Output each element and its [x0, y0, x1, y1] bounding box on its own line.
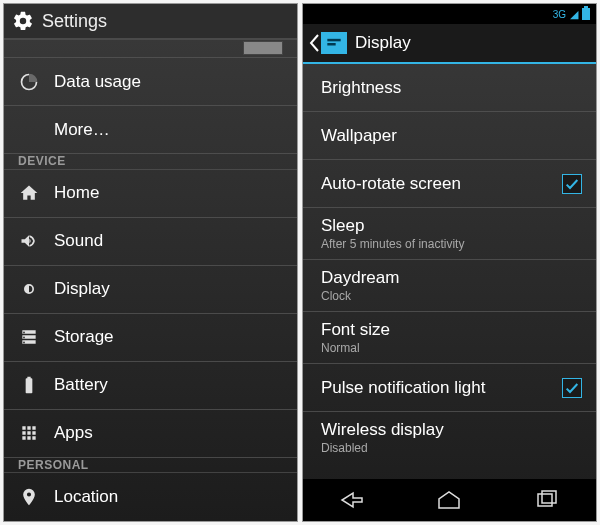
settings-item-display[interactable]: Display	[4, 266, 297, 314]
settings-item-home[interactable]: Home	[4, 170, 297, 218]
item-label: Display	[54, 279, 110, 299]
display-header-icon	[321, 32, 347, 54]
settings-item-more[interactable]: More…	[4, 106, 297, 154]
settings-item-sound[interactable]: Sound	[4, 218, 297, 266]
item-label: Font size	[321, 320, 582, 340]
signal-icon: ◢	[570, 8, 578, 21]
svg-rect-5	[542, 491, 556, 503]
settings-item-apps[interactable]: Apps	[4, 410, 297, 458]
settings-item-data-usage[interactable]: Data usage	[4, 58, 297, 106]
item-label: Data usage	[54, 72, 141, 92]
nav-back-button[interactable]	[317, 485, 387, 515]
item-sublabel: Clock	[321, 289, 582, 303]
bluetooth-toggle[interactable]	[243, 41, 283, 55]
display-item-font-size[interactable]: Font size Normal	[303, 312, 596, 364]
back-button[interactable]	[309, 32, 347, 54]
data-usage-icon	[18, 71, 40, 93]
item-sublabel: Normal	[321, 341, 582, 355]
display-item-wallpaper[interactable]: Wallpaper	[303, 112, 596, 160]
display-screen: 3G ◢ Display Brightness Wallpaper Auto-r…	[302, 3, 597, 522]
storage-icon	[18, 326, 40, 348]
item-label: More…	[54, 120, 110, 140]
battery-icon	[18, 374, 40, 396]
display-item-auto-rotate[interactable]: Auto-rotate screen	[303, 160, 596, 208]
location-icon	[18, 486, 40, 508]
home-icon	[18, 182, 40, 204]
svg-rect-3	[327, 43, 335, 46]
navigation-bar	[303, 479, 596, 521]
svg-rect-4	[538, 494, 552, 506]
settings-item-location[interactable]: Location	[4, 473, 297, 521]
sound-icon	[18, 230, 40, 252]
item-label: Sound	[54, 231, 103, 251]
item-label: Pulse notification light	[321, 378, 548, 398]
item-sublabel: Disabled	[321, 441, 582, 455]
display-item-daydream[interactable]: Daydream Clock	[303, 260, 596, 312]
section-device: DEVICE	[4, 154, 297, 170]
display-list: Brightness Wallpaper Auto-rotate screen …	[303, 64, 596, 479]
svg-rect-0	[582, 8, 590, 20]
item-label: Home	[54, 183, 99, 203]
battery-status-icon	[582, 6, 590, 22]
item-label: Location	[54, 487, 118, 507]
item-label: Storage	[54, 327, 114, 347]
settings-header: Settings	[4, 4, 297, 40]
gear-icon	[12, 10, 34, 32]
item-label: Wireless display	[321, 420, 582, 440]
display-item-sleep[interactable]: Sleep After 5 minutes of inactivity	[303, 208, 596, 260]
display-header: Display	[303, 24, 596, 64]
svg-rect-2	[327, 39, 340, 42]
item-label: Battery	[54, 375, 108, 395]
item-sublabel: After 5 minutes of inactivity	[321, 237, 582, 251]
item-label: Sleep	[321, 216, 582, 236]
settings-title: Settings	[42, 11, 107, 32]
settings-item-storage[interactable]: Storage	[4, 314, 297, 362]
display-item-wireless-display[interactable]: Wireless display Disabled	[303, 412, 596, 463]
nav-home-button[interactable]	[414, 485, 484, 515]
item-label: Brightness	[321, 78, 582, 98]
display-icon	[18, 278, 40, 300]
item-label: Auto-rotate screen	[321, 174, 548, 194]
settings-list: Data usage More… DEVICE Home Sound Displ…	[4, 40, 297, 521]
svg-rect-1	[584, 6, 588, 8]
pulse-notification-checkbox[interactable]	[562, 378, 582, 398]
display-item-brightness[interactable]: Brightness	[303, 64, 596, 112]
item-label: Apps	[54, 423, 93, 443]
item-label: Daydream	[321, 268, 582, 288]
settings-item-battery[interactable]: Battery	[4, 362, 297, 410]
section-personal: PERSONAL	[4, 458, 297, 474]
display-title: Display	[355, 33, 411, 53]
display-item-pulse-notification[interactable]: Pulse notification light	[303, 364, 596, 412]
item-label: Wallpaper	[321, 126, 582, 146]
settings-screen: Settings Data usage More… DEVICE Home So…	[3, 3, 298, 522]
settings-item-bluetooth[interactable]	[4, 40, 297, 58]
auto-rotate-checkbox[interactable]	[562, 174, 582, 194]
nav-recent-button[interactable]	[512, 485, 582, 515]
apps-icon	[18, 422, 40, 444]
status-bar: 3G ◢	[303, 4, 596, 24]
network-label: 3G	[553, 9, 566, 20]
